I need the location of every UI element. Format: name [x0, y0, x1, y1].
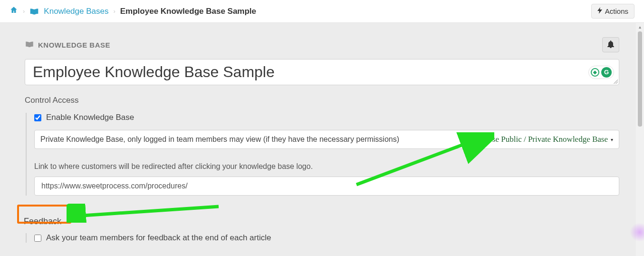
control-access-heading: Control Access: [25, 96, 619, 105]
visibility-select[interactable]: Private Knowledge Base, only logged in t…: [34, 130, 619, 149]
feedback-heading: Feedback: [19, 215, 66, 228]
actions-button[interactable]: Actions: [591, 4, 634, 19]
section-header: KNOWLEDGE BASE: [25, 37, 619, 52]
top-bar: › Knowledge Bases › Employee Knowledge B…: [0, 0, 644, 23]
control-access-block: Enable Knowledge Base Private Knowledge …: [26, 113, 619, 196]
enable-kb-checkbox[interactable]: [34, 114, 41, 121]
visibility-annotation-text: Choose Public / Private Knowledge Base: [475, 135, 608, 144]
logo-link-hint: Link to where customers will be redirect…: [34, 162, 619, 171]
section-title-text: KNOWLEDGE BASE: [38, 41, 110, 49]
chevron-down-icon: ▾: [611, 137, 613, 142]
breadcrumb-current: Employee Knowledge Base Sample: [120, 7, 256, 16]
scroll-up-icon[interactable]: ▴: [637, 24, 643, 30]
lightning-icon: [597, 7, 602, 15]
kb-title-input[interactable]: [33, 63, 553, 81]
section-title: KNOWLEDGE BASE: [25, 41, 110, 49]
breadcrumb: › Knowledge Bases › Employee Knowledge B…: [10, 6, 256, 17]
breadcrumb-knowledge-bases-link[interactable]: Knowledge Bases: [44, 7, 108, 16]
bell-icon: [607, 40, 614, 49]
enable-kb-label: Enable Knowledge Base: [46, 113, 134, 122]
grammarly-logo-icon: G: [601, 67, 612, 78]
main-canvas: KNOWLEDGE BASE ◆ G Control Access Enable…: [0, 23, 644, 256]
logo-link-input[interactable]: [34, 177, 619, 196]
feedback-block: Ask your team members for feedback at th…: [26, 233, 619, 243]
scrollbar[interactable]: ▴: [636, 23, 644, 256]
actions-button-label: Actions: [605, 7, 628, 15]
breadcrumb-separator: ›: [113, 8, 115, 15]
ask-feedback-label: Ask your team members for feedback at th…: [46, 233, 271, 243]
grammarly-widget[interactable]: ◆ G: [588, 66, 614, 79]
decorative-blob: [630, 223, 644, 242]
ask-feedback-row[interactable]: Ask your team members for feedback at th…: [34, 233, 619, 243]
breadcrumb-separator: ›: [23, 8, 25, 15]
resize-handle-icon[interactable]: [613, 79, 618, 84]
notifications-button[interactable]: [602, 37, 619, 52]
ask-feedback-checkbox[interactable]: [34, 235, 41, 242]
kb-title-container: ◆ G: [25, 59, 619, 85]
scrollbar-thumb[interactable]: [638, 31, 642, 127]
book-open-icon: [29, 8, 39, 15]
home-icon[interactable]: [10, 6, 18, 17]
visibility-select-value: Private Knowledge Base, only logged in t…: [40, 135, 475, 144]
enable-kb-row[interactable]: Enable Knowledge Base: [34, 113, 619, 122]
book-open-grey-icon: [25, 41, 34, 49]
grammarly-suggestion-icon: ◆: [591, 68, 599, 77]
